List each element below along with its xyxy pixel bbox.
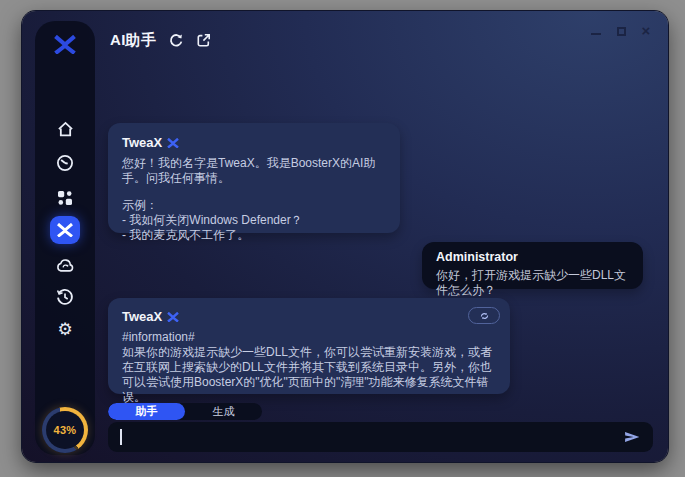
sidebar: ⚙ 43% (35, 21, 95, 455)
tab-generate[interactable]: 生成 (185, 403, 262, 420)
spacer (122, 186, 386, 198)
message-author: TweaX (122, 135, 162, 150)
sidebar-item-history[interactable] (54, 286, 76, 308)
message-header: TweaX (122, 135, 386, 150)
boosterx-logo-icon (54, 33, 76, 55)
message-header: TweaX (122, 309, 496, 324)
message-bubble-bot: TweaX #information# 如果你的游戏提示缺少一些DLL文件，你可… (108, 298, 510, 394)
message-text: 如果你的游戏提示缺少一些DLL文件，你可以尝试重新安装游戏，或者在互联网上搜索缺… (122, 345, 496, 405)
message-author: Administrator (436, 250, 518, 265)
sidebar-item-cloud-sync[interactable] (54, 254, 76, 276)
message-author: TweaX (122, 309, 162, 324)
refresh-icon[interactable] (167, 32, 184, 49)
examples-title: 示例： (122, 198, 386, 213)
example-line: - 我如何关闭Windows Defender？ (122, 213, 386, 228)
tweax-x-icon (167, 138, 179, 148)
message-bubble-user: Administrator 你好，打开游戏提示缺少一些DLL文件怎么办？ (422, 242, 643, 289)
tab-assistant[interactable]: 助手 (108, 403, 185, 420)
progress-percent: 43% (54, 424, 77, 436)
message-text: 您好！我的名字是TweaX。我是BoosterX的AI助手。问我任何事情。 (122, 156, 386, 186)
message-bubble-bot: TweaX 您好！我的名字是TweaX。我是BoosterX的AI助手。问我任何… (108, 123, 400, 233)
tweax-x-icon (167, 312, 179, 322)
send-button[interactable] (623, 430, 641, 444)
titlebar: AI助手 (110, 31, 212, 50)
close-button[interactable]: × (638, 23, 654, 39)
text-caret (120, 429, 122, 445)
sidebar-item-ai-assistant[interactable] (50, 216, 80, 244)
sidebar-item-home[interactable] (54, 118, 76, 140)
page-title: AI助手 (110, 31, 156, 50)
message-text: 你好，打开游戏提示缺少一些DLL文件怎么办？ (436, 268, 629, 298)
example-line: - 我的麦克风不工作了。 (122, 228, 386, 243)
app-window: AI助手 × (22, 11, 668, 462)
sidebar-item-apps[interactable] (54, 187, 76, 209)
maximize-icon (617, 27, 626, 36)
minimize-button[interactable] (588, 22, 604, 38)
send-icon (624, 431, 640, 443)
mode-tabs: 助手 生成 (108, 403, 262, 420)
maximize-button[interactable] (613, 22, 629, 38)
message-header: Administrator (436, 250, 629, 265)
regenerate-button[interactable] (468, 307, 500, 324)
regenerate-icon (479, 311, 490, 321)
sidebar-item-performance[interactable] (54, 152, 76, 174)
message-tag: #information# (122, 330, 496, 345)
message-input[interactable] (108, 422, 653, 452)
sidebar-item-settings[interactable]: ⚙ (54, 318, 76, 340)
open-external-icon[interactable] (195, 32, 212, 49)
tweax-x-icon (57, 223, 73, 237)
window-controls: × (588, 21, 654, 39)
minimize-icon (591, 33, 601, 35)
optimization-progress-badge[interactable]: 43% (42, 407, 88, 453)
gear-icon: ⚙ (57, 321, 72, 338)
